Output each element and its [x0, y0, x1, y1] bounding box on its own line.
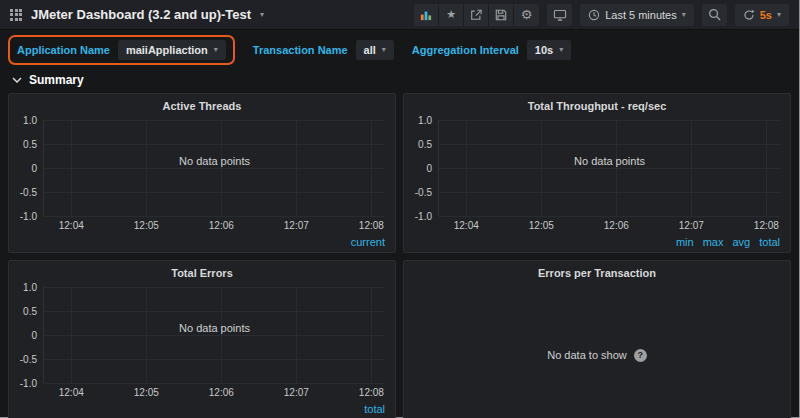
gridline — [439, 144, 780, 145]
x-tick-label: 12:07 — [284, 220, 309, 231]
zoom-out-button[interactable] — [702, 4, 727, 26]
no-data-label: No data points — [44, 322, 385, 334]
gridline — [439, 168, 780, 169]
chart-area: 1.0 0.5 0 -0.5 -1.0 No — [408, 120, 780, 216]
application-name-value: maiiAppliaction — [126, 44, 208, 56]
chart-area: 1.0 0.5 0 -0.5 -1.0 No — [13, 287, 385, 383]
application-name-select[interactable]: maiiAppliaction ▾ — [118, 40, 226, 60]
y-tick-label: 0 — [31, 330, 37, 341]
gridline — [44, 359, 385, 360]
navbar-right: ★ ⚙ — [414, 4, 789, 26]
panel-active-threads: Active Threads 1.0 0.5 0 -0.5 -1.0 — [8, 93, 396, 253]
gridline — [766, 120, 767, 216]
y-tick-label: 1.0 — [23, 282, 37, 293]
gridline — [71, 287, 72, 383]
y-tick-label: 1.0 — [418, 115, 432, 126]
x-tick-label: 12:04 — [59, 220, 84, 231]
y-tick-label: -0.5 — [415, 187, 432, 198]
x-tick-label: 12:04 — [454, 220, 479, 231]
dashboard-title[interactable]: JMeter Dashboard (3.2 and up)-Test — [31, 7, 251, 22]
grafana-dashboard: JMeter Dashboard (3.2 and up)-Test ▾ ★ — [0, 0, 800, 418]
panel-title[interactable]: Errors per Transaction — [404, 261, 790, 279]
x-tick-label: 12:08 — [359, 220, 384, 231]
refresh-interval-label: 5s — [760, 9, 772, 21]
panel-total-throughput: Total Throughput - req/sec 1.0 0.5 0 -0.… — [403, 93, 791, 253]
panel-title[interactable]: Total Throughput - req/sec — [404, 94, 790, 112]
legend-item-avg[interactable]: avg — [732, 236, 750, 248]
x-axis: 12:04 12:05 12:06 12:07 12:08 — [44, 220, 385, 233]
x-axis: 12:04 12:05 12:06 12:07 12:08 — [44, 387, 385, 400]
panel-title[interactable]: Total Errors — [9, 261, 395, 279]
x-tick-label: 12:05 — [529, 220, 554, 231]
y-tick-label: 0.5 — [23, 306, 37, 317]
y-tick-label: 0.5 — [23, 139, 37, 150]
legend-item-total[interactable]: total — [364, 403, 385, 415]
gridline — [44, 192, 385, 193]
gridline — [44, 335, 385, 336]
transaction-name-select[interactable]: all ▾ — [356, 40, 394, 60]
legend-item-total[interactable]: total — [759, 236, 780, 248]
add-panel-button[interactable] — [414, 4, 439, 26]
legend: total — [364, 403, 385, 415]
refresh-picker-button[interactable]: 5s ▾ — [735, 4, 789, 26]
x-tick-label: 12:04 — [59, 387, 84, 398]
transaction-name-filter: Transaction Name all ▾ — [253, 40, 394, 60]
y-tick-label: 0 — [426, 163, 432, 174]
magnifier-icon — [708, 8, 721, 21]
main-menu-icon[interactable] — [10, 9, 22, 21]
x-tick-label: 12:06 — [604, 220, 629, 231]
dashboard-actions-group: ★ ⚙ — [414, 4, 539, 26]
template-variables-row: Application Name maiiAppliaction ▾ Trans… — [0, 30, 799, 69]
section-title: Summary — [29, 73, 84, 87]
legend: current — [351, 236, 385, 248]
x-axis: 12:04 12:05 12:06 12:07 12:08 — [439, 220, 780, 233]
x-tick-label: 12:08 — [754, 220, 779, 231]
y-tick-label: -1.0 — [415, 211, 432, 222]
gridline — [44, 311, 385, 312]
legend-item-min[interactable]: min — [676, 236, 694, 248]
gridline — [439, 192, 780, 193]
navbar: JMeter Dashboard (3.2 and up)-Test ▾ ★ — [0, 0, 799, 30]
x-tick-label: 12:07 — [679, 220, 704, 231]
panel-title[interactable]: Active Threads — [9, 94, 395, 112]
plot-area: No data points 12:04 12:05 12:06 12:07 1… — [43, 287, 385, 383]
settings-button[interactable]: ⚙ — [514, 4, 539, 26]
aggregation-interval-select[interactable]: 10s ▾ — [527, 40, 571, 60]
y-tick-label: 0 — [31, 163, 37, 174]
y-tick-label: -0.5 — [20, 354, 37, 365]
legend-item-max[interactable]: max — [703, 236, 724, 248]
refresh-icon — [743, 9, 755, 21]
gridline — [296, 287, 297, 383]
gridline — [146, 120, 147, 216]
section-summary-toggle[interactable]: Summary — [0, 69, 799, 93]
time-range-label: Last 5 minutes — [605, 9, 677, 21]
y-tick-label: -1.0 — [20, 378, 37, 389]
y-axis: 1.0 0.5 0 -0.5 -1.0 — [408, 120, 438, 216]
star-button[interactable]: ★ — [439, 4, 464, 26]
share-icon — [470, 9, 482, 21]
navbar-left: JMeter Dashboard (3.2 and up)-Test ▾ — [10, 7, 264, 22]
share-button[interactable] — [464, 4, 489, 26]
legend-item-current[interactable]: current — [351, 236, 385, 248]
x-tick-label: 12:08 — [359, 387, 384, 398]
time-picker-button[interactable]: Last 5 minutes ▾ — [580, 4, 694, 26]
save-button[interactable] — [489, 4, 514, 26]
gridline — [44, 287, 385, 288]
transaction-name-value: all — [364, 44, 376, 56]
gridline — [221, 287, 222, 383]
y-tick-label: 1.0 — [23, 115, 37, 126]
gridline — [371, 120, 372, 216]
gridline — [691, 120, 692, 216]
gridline — [296, 120, 297, 216]
y-axis: 1.0 0.5 0 -0.5 -1.0 — [13, 287, 43, 383]
x-tick-label: 12:07 — [284, 387, 309, 398]
save-icon — [495, 9, 507, 21]
gridline — [44, 216, 385, 217]
no-data-label: No data points — [439, 155, 780, 167]
gridline — [371, 287, 372, 383]
no-data-label: No data to show ? — [404, 291, 790, 418]
chevron-down-icon[interactable]: ▾ — [260, 11, 264, 19]
panel-errors-per-transaction: Errors per Transaction No data to show ? — [403, 260, 791, 418]
help-icon[interactable]: ? — [634, 349, 647, 362]
tv-mode-button[interactable] — [547, 4, 572, 26]
